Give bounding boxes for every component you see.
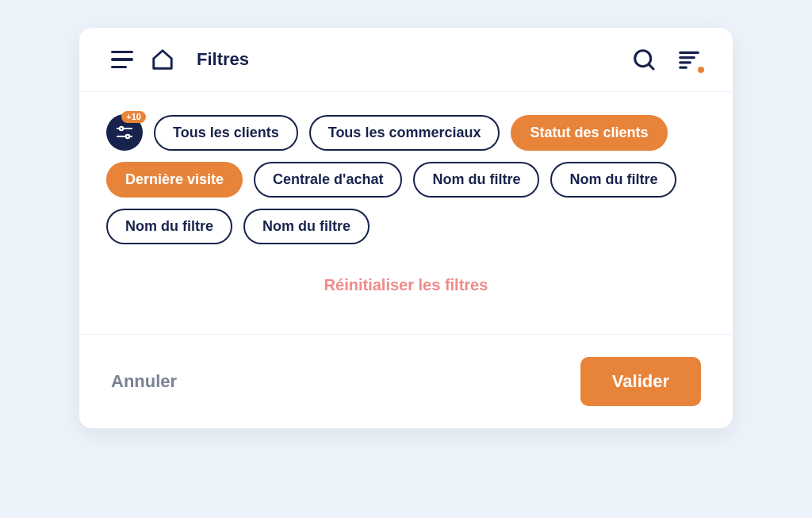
filter-chip[interactable]: Nom du filtre — [413, 162, 539, 198]
cancel-button[interactable]: Annuler — [111, 371, 177, 392]
filter-chip[interactable]: Tous les clients — [154, 115, 298, 151]
header-left: Filtres — [111, 48, 249, 71]
header-right — [631, 47, 701, 72]
svg-point-9 — [126, 135, 129, 138]
filter-chip[interactable]: Tous les commerciaux — [309, 115, 500, 151]
home-icon[interactable] — [151, 48, 174, 71]
svg-line-1 — [649, 64, 653, 69]
filter-chip[interactable]: Statut des clients — [511, 115, 667, 151]
filter-chips-row: +10 Tous les clientsTous les commerciaux… — [106, 114, 706, 244]
filter-chip[interactable]: Nom du filtre — [106, 209, 232, 244]
footer: Annuler Valider — [79, 334, 733, 428]
sort-active-dot — [698, 67, 704, 73]
svg-point-7 — [120, 127, 123, 130]
menu-icon[interactable] — [111, 51, 133, 69]
filter-settings-button[interactable]: +10 — [106, 114, 143, 151]
sort-icon[interactable] — [677, 48, 701, 71]
search-icon[interactable] — [631, 47, 657, 72]
header: Filtres — [79, 28, 733, 92]
filter-chip[interactable]: Centrale d'achat — [254, 162, 402, 198]
validate-button[interactable]: Valider — [580, 357, 701, 406]
filter-settings-badge: +10 — [121, 111, 146, 123]
reset-filters-row: Réinitialiser les filtres — [106, 244, 706, 318]
filter-chip[interactable]: Nom du filtre — [243, 209, 370, 244]
filter-chips-area: +10 Tous les clientsTous les commerciaux… — [79, 92, 733, 334]
filters-card: Filtres — [79, 28, 733, 428]
filter-chip[interactable]: Nom du filtre — [550, 162, 676, 198]
reset-filters-button[interactable]: Réinitialiser les filtres — [324, 276, 488, 294]
filter-chip[interactable]: Dernière visite — [106, 162, 243, 198]
page-title: Filtres — [197, 49, 249, 70]
